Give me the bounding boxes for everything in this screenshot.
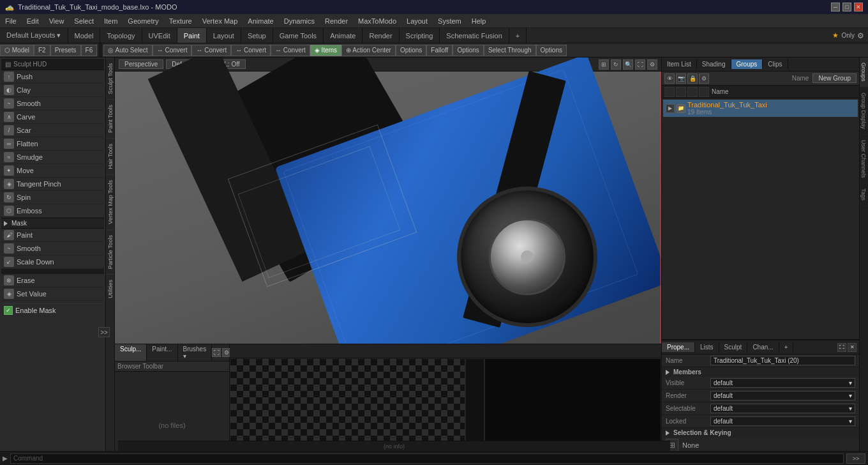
rp-camera-icon[interactable]: 📷 xyxy=(676,73,686,84)
layout-tab-uvedit[interactable]: UVEdit xyxy=(142,28,177,43)
layout-tab-default-layouts[interactable]: Default Layouts ▾ xyxy=(0,28,68,43)
menu-animate[interactable]: Animate xyxy=(243,14,278,27)
sculpt-tool-smudge[interactable]: ≈ Smudge xyxy=(1,151,104,164)
far-tab-groups[interactable]: Groups xyxy=(860,57,868,88)
settings-icon[interactable]: ⚙ xyxy=(857,31,864,40)
selectable-dropdown[interactable]: default ▾ xyxy=(710,404,855,413)
expand-arrow[interactable]: >> xyxy=(98,327,105,337)
props-tab-sculpt[interactable]: Sculpt xyxy=(719,342,748,352)
side-tab-particle-tools[interactable]: Particle Tools xyxy=(106,229,114,274)
viewport-icon-1[interactable]: ⊞ xyxy=(599,59,609,70)
menu-layout[interactable]: Layout xyxy=(401,14,433,27)
viewport-icon-search[interactable]: 🔍 xyxy=(623,59,633,70)
menu-select[interactable]: Select xyxy=(69,14,99,27)
options-btn-2[interactable]: Options xyxy=(453,45,483,56)
locked-dropdown[interactable]: default ▾ xyxy=(710,416,855,426)
name-input-field[interactable]: Traditional_Tuk_Tuk_Taxi (20) xyxy=(710,356,855,365)
rp-gear-icon[interactable]: ⚙ xyxy=(699,73,709,84)
props-settings-icon[interactable]: ✕ xyxy=(848,343,857,352)
layout-tab-render[interactable]: Render xyxy=(363,28,399,43)
maximize-button[interactable]: □ xyxy=(842,3,851,11)
menu-system[interactable]: System xyxy=(433,14,467,27)
f6-btn[interactable]: F6 xyxy=(81,45,98,56)
shading-tab[interactable]: Shading xyxy=(697,59,731,69)
viewport-icon-fullscreen[interactable]: ⛶ xyxy=(635,59,645,70)
rp-eye-icon[interactable]: 👁 xyxy=(664,73,675,84)
sculpt-tool-carve[interactable]: ∧ Carve xyxy=(1,111,104,124)
props-tab-add[interactable]: + xyxy=(779,342,794,352)
auto-select-btn[interactable]: ◎ Auto Select xyxy=(103,45,152,56)
layout-tab-scripting[interactable]: Scripting xyxy=(400,28,440,43)
props-tab-lists[interactable]: Lists xyxy=(695,342,719,352)
group-item-taxi[interactable]: ▶ 📁 Traditional_Tuk_Tuk_Taxi 19 Items xyxy=(663,100,858,117)
item-list-tab[interactable]: Item List xyxy=(662,59,697,69)
menu-geometry[interactable]: Geometry xyxy=(123,14,163,27)
viewport-icon-settings[interactable]: ⚙ xyxy=(647,59,657,70)
layout-tab-paint[interactable]: Paint xyxy=(177,28,207,43)
side-tab-hair-tools[interactable]: Hair Tools xyxy=(106,138,114,174)
sculpt-tool-scar[interactable]: / Scar xyxy=(1,124,104,137)
rp-lock-icon[interactable]: 🔒 xyxy=(687,73,698,84)
options-btn-1[interactable]: Options xyxy=(396,45,426,56)
far-tab-tags[interactable]: Tags xyxy=(860,183,868,206)
convert-btn-4[interactable]: ↔ Convert xyxy=(271,45,310,56)
command-expand-btn[interactable]: >> xyxy=(846,454,865,464)
props-tab-chan[interactable]: Chan... xyxy=(747,342,779,352)
menu-vertex-map[interactable]: Vertex Map xyxy=(197,14,243,27)
sculpt-tool-spin[interactable]: ↻ Spin xyxy=(1,191,104,204)
close-button[interactable]: ✕ xyxy=(854,3,863,11)
star-icon[interactable]: ★ xyxy=(832,31,839,40)
props-expand-icon[interactable]: ⛶ xyxy=(837,343,846,352)
side-tab-vertex-map-tools[interactable]: Vertex Map Tools xyxy=(106,174,114,229)
paint-tab[interactable]: Paint... xyxy=(147,344,177,361)
side-tab-sculpt-tools[interactable]: Sculpt Tools xyxy=(106,57,114,99)
clips-tab[interactable]: Clips xyxy=(763,59,788,69)
minimize-button[interactable]: ─ xyxy=(831,3,840,11)
mask-paint-tool[interactable]: 🖌 Paint xyxy=(1,229,104,242)
set-value-tool[interactable]: ◈ Set Value xyxy=(1,287,104,301)
sculpt-tool-flatten[interactable]: ═ Flatten xyxy=(1,137,104,151)
sculpt-tool-smooth[interactable]: ~ Smooth xyxy=(1,97,104,111)
action-center-btn[interactable]: ⊕ Action Center xyxy=(341,45,396,56)
far-tab-user-channels[interactable]: User Channels xyxy=(860,135,868,184)
erase-tool[interactable]: ⊗ Erase xyxy=(1,274,104,287)
viewport-icon-2[interactable]: ↻ xyxy=(611,59,621,70)
side-tab-utilities[interactable]: Utilities xyxy=(106,274,114,303)
perspective-btn[interactable]: Perspective xyxy=(119,59,163,69)
layout-tab-schematic-fusion[interactable]: Schematic Fusion xyxy=(440,28,509,43)
convert-btn-3[interactable]: ↔ Convert xyxy=(231,45,271,56)
layout-tab-setup[interactable]: Setup xyxy=(241,28,273,43)
groups-tab[interactable]: Groups xyxy=(731,59,763,69)
sculpt-tool-tangent-pinch[interactable]: ◈ Tangent Pinch xyxy=(1,178,104,191)
expand-icon[interactable]: ⛶ xyxy=(212,348,221,357)
brushes-tab[interactable]: Brushes ▾ xyxy=(178,344,213,361)
sculpt-tool-clay[interactable]: ◐ Clay xyxy=(1,84,104,97)
menu-texture[interactable]: Texture xyxy=(164,14,197,27)
menu-file[interactable]: File xyxy=(0,14,22,27)
sculpt-tab[interactable]: Sculp... xyxy=(115,344,147,361)
sculpt-tool-push[interactable]: ↑ Push xyxy=(1,70,104,84)
command-input[interactable]: Command xyxy=(10,454,844,464)
items-btn[interactable]: ◈ Items xyxy=(310,45,341,56)
layout-tab-topology[interactable]: Topology xyxy=(100,28,142,43)
layout-tab-layout[interactable]: Layout xyxy=(207,28,241,43)
layout-tab-add[interactable]: + xyxy=(509,28,527,43)
menu-maxtomode[interactable]: MaxToModo xyxy=(353,14,401,27)
sculpt-tool-move[interactable]: ✦ Move xyxy=(1,164,104,178)
menu-dynamics[interactable]: Dynamics xyxy=(279,14,320,27)
menu-help[interactable]: Help xyxy=(467,14,491,27)
model-mode-btn[interactable]: ⬡ Model xyxy=(0,45,34,56)
convert-btn-2[interactable]: ↔ Convert xyxy=(191,45,231,56)
menu-item[interactable]: Item xyxy=(99,14,123,27)
far-tab-group-display[interactable]: Group Display xyxy=(860,88,868,135)
props-tab-properties[interactable]: Prope... xyxy=(662,342,695,352)
menu-view[interactable]: View xyxy=(44,14,70,27)
sculpt-tool-emboss[interactable]: ⬡ Emboss xyxy=(1,204,104,218)
title-bar-controls[interactable]: ─ □ ✕ xyxy=(831,3,863,11)
side-tab-paint-tools[interactable]: Paint Tools xyxy=(106,99,114,138)
mask-scale-down-tool[interactable]: ↙ Scale Down xyxy=(1,255,104,269)
f2-btn[interactable]: F2 xyxy=(34,45,50,56)
presets-btn[interactable]: Presets xyxy=(50,45,81,56)
convert-btn-1[interactable]: ↔ Convert xyxy=(153,45,192,56)
layout-tab-game-tools[interactable]: Game Tools xyxy=(273,28,324,43)
